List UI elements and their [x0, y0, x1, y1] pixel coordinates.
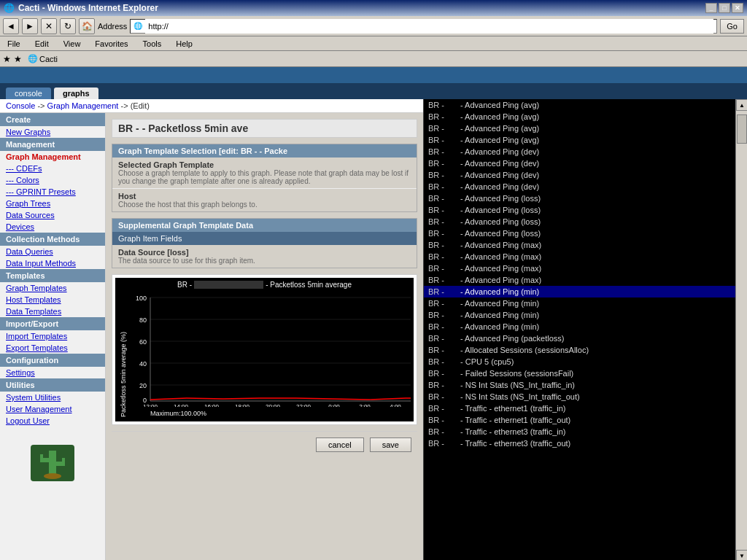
- sidebar-import-templates[interactable]: Import Templates: [0, 330, 105, 342]
- sidebar-graph-trees[interactable]: Graph Trees: [0, 198, 105, 209]
- dropdown-item-left: BR -: [428, 229, 457, 238]
- dropdown-item-left: BR -: [428, 101, 457, 109]
- menu-file[interactable]: File: [3, 39, 25, 49]
- host-row: Host Choose the host that this graph bel…: [112, 189, 417, 211]
- dropdown-item-right: - Advanced Ping (max): [460, 241, 541, 249]
- scrollbar[interactable]: ▲ ▼: [735, 99, 747, 560]
- dropdown-item[interactable]: BR -- Traffic - ethernet3 (traffic_in): [424, 426, 735, 438]
- dropdown-item[interactable]: BR -- Advanced Ping (dev): [424, 146, 735, 158]
- sidebar-export-templates[interactable]: Export Templates: [0, 342, 105, 354]
- dropdown-item[interactable]: BR -- Advanced Ping (loss): [424, 192, 735, 204]
- scroll-track[interactable]: [736, 111, 747, 550]
- sidebar-data-input-methods[interactable]: Data Input Methods: [0, 257, 105, 269]
- sidebar-gprint-presets[interactable]: --- GPRINT Presets: [0, 186, 105, 198]
- menu-tools[interactable]: Tools: [139, 39, 166, 49]
- sidebar-user-management[interactable]: User Management: [0, 403, 105, 415]
- maximize-btn[interactable]: □: [719, 3, 730, 13]
- scroll-thumb[interactable]: [737, 114, 747, 144]
- cacti-favorite[interactable]: 🌐 Cacti: [25, 53, 61, 64]
- dropdown-item[interactable]: BR -- Advanced Ping (min): [424, 286, 735, 298]
- dropdown-item-left: BR -: [428, 392, 457, 401]
- dropdown-item[interactable]: BR -- Traffic - ethernet1 (traffic_in): [424, 402, 735, 414]
- supplemental-title: Supplemental Graph Template Data: [118, 221, 253, 230]
- menu-help[interactable]: Help: [171, 39, 197, 49]
- menu-edit[interactable]: Edit: [31, 39, 53, 49]
- sidebar-host-templates[interactable]: Host Templates: [0, 294, 105, 306]
- dropdown-item[interactable]: BR -- Advanced Ping (min): [424, 298, 735, 309]
- dropdown-item[interactable]: BR -- Advanced Ping (avg): [424, 122, 735, 134]
- dropdown-item[interactable]: BR -- Advanced Ping (avg): [424, 99, 735, 111]
- go-btn[interactable]: Go: [720, 19, 744, 34]
- forward-btn[interactable]: ►: [22, 18, 38, 34]
- dropdown-item[interactable]: BR -- Traffic - ethernet3 (traffic_out): [424, 438, 735, 449]
- svg-text:14:00: 14:00: [174, 403, 189, 407]
- import-export-header: Import/Export: [0, 317, 105, 330]
- svg-text:2:00: 2:00: [359, 403, 371, 407]
- home-btn[interactable]: 🏠: [79, 18, 95, 34]
- scroll-up-btn[interactable]: ▲: [736, 99, 747, 111]
- host-col: Host Choose the host that this graph bel…: [118, 192, 258, 209]
- sidebar-cdefs[interactable]: --- CDEFs: [0, 163, 105, 174]
- dropdown-item[interactable]: BR -- Advanced Ping (loss): [424, 204, 735, 216]
- dropdown-item[interactable]: BR -- Advanced Ping (max): [424, 262, 735, 274]
- breadcrumb-console[interactable]: Console: [6, 101, 35, 110]
- dropdown-item[interactable]: BR -- Traffic - ethernet1 (traffic_out): [424, 414, 735, 426]
- dropdown-item-left: BR -: [428, 124, 457, 133]
- window-controls[interactable]: _ □ ✕: [705, 3, 743, 13]
- dropdown-item[interactable]: BR -- Advanced Ping (min): [424, 309, 735, 321]
- dropdown-item[interactable]: BR -- Advanced Ping (dev): [424, 169, 735, 181]
- dropdown-panel[interactable]: BR -- Advanced Ping (avg)BR -- Advanced …: [423, 99, 735, 560]
- dropdown-item[interactable]: BR -- CPU 5 (cpu5): [424, 356, 735, 368]
- dropdown-item[interactable]: BR -- NS Int Stats (NS_Int_traffic_in): [424, 379, 735, 391]
- menu-favorites[interactable]: Favorites: [90, 39, 132, 49]
- stop-btn[interactable]: ✕: [41, 18, 57, 34]
- breadcrumb-graph-mgmt[interactable]: Graph Management: [47, 101, 119, 110]
- address-input[interactable]: [145, 19, 713, 34]
- sidebar-logout[interactable]: Logout User: [0, 415, 105, 427]
- close-btn[interactable]: ✕: [732, 3, 743, 13]
- tab-console[interactable]: console: [6, 88, 51, 99]
- page-title-text: BR - - Packetloss 5min ave: [118, 122, 248, 134]
- sidebar-data-queries[interactable]: Data Queries: [0, 246, 105, 257]
- refresh-btn[interactable]: ↻: [60, 18, 76, 34]
- cancel-button[interactable]: cancel: [316, 438, 364, 452]
- sidebar-new-graphs[interactable]: New Graphs: [0, 126, 105, 138]
- dropdown-item[interactable]: BR -- Advanced Ping (avg): [424, 134, 735, 146]
- dropdown-item[interactable]: BR -- Advanced Ping (dev): [424, 158, 735, 169]
- dropdown-item[interactable]: BR -- Advanced Ping (avg): [424, 111, 735, 122]
- dropdown-item-right: - Traffic - ethernet1 (traffic_out): [460, 416, 570, 424]
- dropdown-item[interactable]: BR -- Allocated Sessions (sessionsAlloc): [424, 344, 735, 356]
- dropdown-list[interactable]: BR -- Advanced Ping (avg)BR -- Advanced …: [424, 99, 735, 449]
- sidebar-data-templates[interactable]: Data Templates: [0, 306, 105, 317]
- dropdown-item[interactable]: BR -- Advanced Ping (min): [424, 321, 735, 332]
- graph-container: BR - - Packetloss 5min average Packetlos…: [112, 274, 417, 425]
- sidebar-devices[interactable]: Devices: [0, 221, 105, 233]
- dropdown-item-left: BR -: [428, 252, 457, 261]
- dropdown-item[interactable]: BR -- Advanced Ping (max): [424, 251, 735, 262]
- dropdown-item[interactable]: BR -- Advanced Ping (max): [424, 239, 735, 251]
- dropdown-item[interactable]: BR -- Advanced Ping (loss): [424, 228, 735, 239]
- tab-graphs[interactable]: graphs: [54, 88, 98, 99]
- svg-text:60: 60: [139, 338, 147, 346]
- sidebar-data-sources[interactable]: Data Sources: [0, 209, 105, 221]
- dropdown-item[interactable]: BR -- Advanced Ping (loss): [424, 216, 735, 228]
- sidebar-graph-templates[interactable]: Graph Templates: [0, 282, 105, 294]
- dropdown-item[interactable]: BR -- Failed Sessions (sessionsFail): [424, 368, 735, 379]
- scroll-down-btn[interactable]: ▼: [736, 550, 747, 560]
- selected-template-row: Selected Graph Template Choose a graph t…: [112, 158, 417, 189]
- dropdown-item[interactable]: BR -- Advanced Ping (max): [424, 274, 735, 286]
- sidebar-colors[interactable]: --- Colors: [0, 174, 105, 186]
- dropdown-item[interactable]: BR -- Advanced Ping (dev): [424, 181, 735, 192]
- sidebar-system-utilities[interactable]: System Utilities: [0, 392, 105, 403]
- dropdown-item[interactable]: BR -- NS Int Stats (NS_Int_traffic_out): [424, 391, 735, 402]
- dropdown-item-right: - NS Int Stats (NS_Int_traffic_out): [460, 392, 580, 401]
- sidebar-graph-management[interactable]: Graph Management: [0, 151, 105, 163]
- menu-view[interactable]: View: [59, 39, 85, 49]
- configuration-header: Configuration: [0, 354, 105, 367]
- minimize-btn[interactable]: _: [705, 3, 717, 13]
- save-button[interactable]: save: [370, 438, 411, 452]
- dropdown-item[interactable]: BR -- Advanced Ping (packetloss): [424, 332, 735, 344]
- sidebar-settings[interactable]: Settings: [0, 367, 105, 378]
- window-title-text: Cacti - Windows Internet Explorer: [18, 3, 158, 13]
- back-btn[interactable]: ◄: [3, 18, 19, 34]
